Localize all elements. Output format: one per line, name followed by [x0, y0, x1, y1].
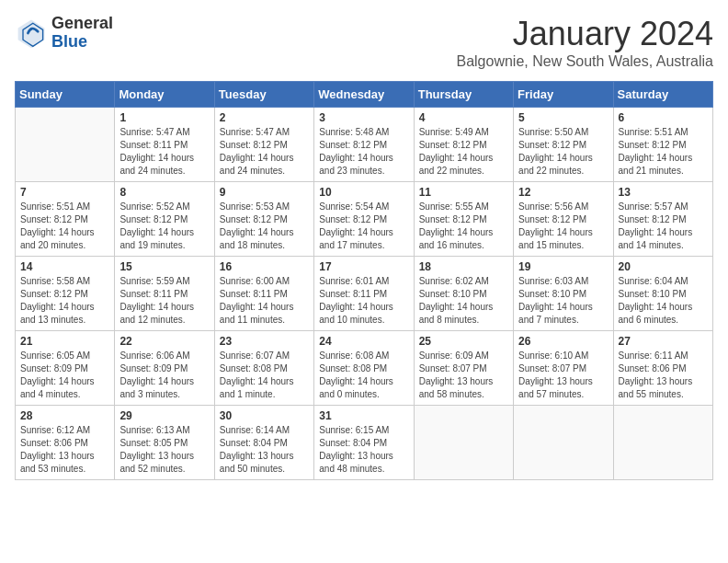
day-info: Sunrise: 6:00 AMSunset: 8:11 PMDaylight:…: [220, 275, 309, 327]
calendar-cell: 3Sunrise: 5:48 AMSunset: 8:12 PMDaylight…: [314, 108, 414, 182]
calendar-cell: 27Sunrise: 6:11 AMSunset: 8:06 PMDayligh…: [613, 331, 712, 406]
calendar-cell: 9Sunrise: 5:53 AMSunset: 8:12 PMDaylight…: [214, 182, 313, 257]
day-number: 27: [619, 335, 708, 348]
day-info: Sunrise: 6:06 AMSunset: 8:09 PMDaylight:…: [119, 350, 209, 401]
day-info: Sunrise: 6:13 AMSunset: 8:05 PMDaylight:…: [119, 424, 209, 476]
day-number: 29: [119, 409, 209, 422]
day-number: 14: [20, 260, 109, 273]
calendar-cell: 19Sunrise: 6:03 AMSunset: 8:10 PMDayligh…: [514, 257, 613, 331]
logo-general-text: General: [51, 14, 113, 32]
day-number: 24: [319, 335, 408, 348]
day-number: 10: [319, 186, 408, 199]
calendar-cell: [514, 406, 613, 480]
day-info: Sunrise: 6:14 AMSunset: 8:04 PMDaylight:…: [220, 424, 309, 476]
calendar-cell: 20Sunrise: 6:04 AMSunset: 8:10 PMDayligh…: [613, 257, 712, 331]
calendar-cell: 30Sunrise: 6:14 AMSunset: 8:04 PMDayligh…: [214, 406, 313, 480]
day-number: 20: [619, 260, 708, 273]
month-title: January 2024: [456, 15, 713, 53]
day-info: Sunrise: 5:57 AMSunset: 8:12 PMDaylight:…: [619, 201, 708, 252]
calendar-cell: 18Sunrise: 6:02 AMSunset: 8:10 PMDayligh…: [414, 257, 513, 331]
weekday-header-row: SundayMondayTuesdayWednesdayThursdayFrid…: [16, 82, 713, 108]
day-info: Sunrise: 5:51 AMSunset: 8:12 PMDaylight:…: [619, 126, 708, 178]
calendar-cell: 22Sunrise: 6:06 AMSunset: 8:09 PMDayligh…: [115, 331, 214, 406]
day-info: Sunrise: 5:55 AMSunset: 8:12 PMDaylight:…: [419, 201, 508, 252]
calendar-cell: 15Sunrise: 5:59 AMSunset: 8:11 PMDayligh…: [115, 257, 214, 331]
day-number: 3: [319, 111, 408, 124]
day-info: Sunrise: 6:01 AMSunset: 8:11 PMDaylight:…: [319, 275, 408, 327]
day-info: Sunrise: 5:52 AMSunset: 8:12 PMDaylight:…: [119, 201, 209, 252]
week-row-5: 28Sunrise: 6:12 AMSunset: 8:06 PMDayligh…: [16, 406, 713, 480]
day-number: 4: [419, 111, 508, 124]
weekday-header-saturday: Saturday: [613, 82, 712, 108]
logo: General Blue: [15, 15, 113, 52]
calendar-cell: 16Sunrise: 6:00 AMSunset: 8:11 PMDayligh…: [214, 257, 313, 331]
weekday-header-monday: Monday: [115, 82, 214, 108]
day-number: 11: [419, 186, 508, 199]
day-info: Sunrise: 5:51 AMSunset: 8:12 PMDaylight:…: [20, 201, 109, 252]
calendar-cell: 31Sunrise: 6:15 AMSunset: 8:04 PMDayligh…: [314, 406, 414, 480]
page-header: General Blue January 2024 Balgownie, New…: [15, 15, 713, 70]
title-block: January 2024 Balgownie, New South Wales,…: [456, 15, 713, 70]
day-number: 23: [220, 335, 309, 348]
day-number: 26: [518, 335, 608, 348]
day-number: 6: [619, 111, 708, 124]
day-number: 5: [518, 111, 608, 124]
day-number: 19: [518, 260, 608, 273]
day-info: Sunrise: 6:11 AMSunset: 8:06 PMDaylight:…: [619, 350, 708, 401]
day-info: Sunrise: 5:49 AMSunset: 8:12 PMDaylight:…: [419, 126, 508, 178]
day-number: 13: [619, 186, 708, 199]
calendar-cell: 5Sunrise: 5:50 AMSunset: 8:12 PMDaylight…: [514, 108, 613, 182]
day-info: Sunrise: 5:59 AMSunset: 8:11 PMDaylight:…: [119, 275, 209, 327]
week-row-2: 7Sunrise: 5:51 AMSunset: 8:12 PMDaylight…: [16, 182, 713, 257]
day-number: 31: [319, 409, 408, 422]
day-number: 17: [319, 260, 408, 273]
day-info: Sunrise: 6:07 AMSunset: 8:08 PMDaylight:…: [220, 350, 309, 401]
day-info: Sunrise: 5:56 AMSunset: 8:12 PMDaylight:…: [518, 201, 608, 252]
day-number: 30: [220, 409, 309, 422]
day-info: Sunrise: 6:04 AMSunset: 8:10 PMDaylight:…: [619, 275, 708, 327]
day-info: Sunrise: 5:47 AMSunset: 8:12 PMDaylight:…: [220, 126, 309, 178]
weekday-header-sunday: Sunday: [16, 82, 115, 108]
day-info: Sunrise: 5:47 AMSunset: 8:11 PMDaylight:…: [119, 126, 209, 178]
week-row-4: 21Sunrise: 6:05 AMSunset: 8:09 PMDayligh…: [16, 331, 713, 406]
calendar-cell: 28Sunrise: 6:12 AMSunset: 8:06 PMDayligh…: [16, 406, 115, 480]
calendar-cell: 26Sunrise: 6:10 AMSunset: 8:07 PMDayligh…: [514, 331, 613, 406]
weekday-header-thursday: Thursday: [414, 82, 513, 108]
day-info: Sunrise: 6:15 AMSunset: 8:04 PMDaylight:…: [319, 424, 408, 476]
weekday-header-friday: Friday: [514, 82, 613, 108]
calendar-cell: 1Sunrise: 5:47 AMSunset: 8:11 PMDaylight…: [115, 108, 214, 182]
day-number: 8: [119, 186, 209, 199]
day-info: Sunrise: 5:50 AMSunset: 8:12 PMDaylight:…: [518, 126, 608, 178]
day-number: 25: [419, 335, 508, 348]
logo-icon: [15, 17, 48, 50]
calendar-cell: 4Sunrise: 5:49 AMSunset: 8:12 PMDaylight…: [414, 108, 513, 182]
calendar-cell: 13Sunrise: 5:57 AMSunset: 8:12 PMDayligh…: [613, 182, 712, 257]
weekday-header-wednesday: Wednesday: [314, 82, 414, 108]
day-number: 28: [20, 409, 109, 422]
day-number: 9: [220, 186, 309, 199]
calendar-cell: 21Sunrise: 6:05 AMSunset: 8:09 PMDayligh…: [16, 331, 115, 406]
calendar-cell: [414, 406, 513, 480]
calendar-cell: 25Sunrise: 6:09 AMSunset: 8:07 PMDayligh…: [414, 331, 513, 406]
calendar-table: SundayMondayTuesdayWednesdayThursdayFrid…: [15, 81, 713, 480]
calendar-cell: 11Sunrise: 5:55 AMSunset: 8:12 PMDayligh…: [414, 182, 513, 257]
calendar-cell: 29Sunrise: 6:13 AMSunset: 8:05 PMDayligh…: [115, 406, 214, 480]
day-info: Sunrise: 5:53 AMSunset: 8:12 PMDaylight:…: [220, 201, 309, 252]
day-number: 18: [419, 260, 508, 273]
calendar-cell: [16, 108, 115, 182]
day-number: 22: [119, 335, 209, 348]
calendar-cell: 7Sunrise: 5:51 AMSunset: 8:12 PMDaylight…: [16, 182, 115, 257]
location-subtitle: Balgownie, New South Wales, Australia: [456, 53, 713, 70]
day-info: Sunrise: 6:12 AMSunset: 8:06 PMDaylight:…: [20, 424, 109, 476]
day-number: 1: [119, 111, 209, 124]
day-info: Sunrise: 5:58 AMSunset: 8:12 PMDaylight:…: [20, 275, 109, 327]
day-number: 15: [119, 260, 209, 273]
day-number: 2: [220, 111, 309, 124]
day-info: Sunrise: 6:02 AMSunset: 8:10 PMDaylight:…: [419, 275, 508, 327]
day-number: 16: [220, 260, 309, 273]
weekday-header-tuesday: Tuesday: [214, 82, 313, 108]
day-info: Sunrise: 5:54 AMSunset: 8:12 PMDaylight:…: [319, 201, 408, 252]
day-info: Sunrise: 6:05 AMSunset: 8:09 PMDaylight:…: [20, 350, 109, 401]
day-info: Sunrise: 6:08 AMSunset: 8:08 PMDaylight:…: [319, 350, 408, 401]
calendar-cell: 23Sunrise: 6:07 AMSunset: 8:08 PMDayligh…: [214, 331, 313, 406]
